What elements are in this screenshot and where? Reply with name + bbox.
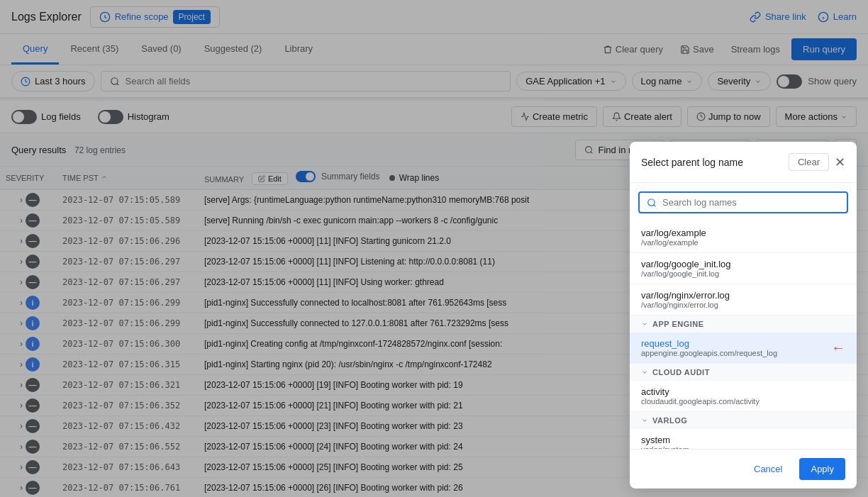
item-sub: /var/log/example: [641, 238, 845, 247]
modal-clear-button[interactable]: Clear: [789, 153, 829, 171]
select-log-name-modal: Select parent log name Clear ✕ var/log/e…: [630, 142, 857, 488]
system-name: system: [641, 435, 845, 445]
section-label: VARLOG: [652, 416, 687, 425]
request-log-sub: appengine.googleapis.com/request_log: [641, 349, 777, 357]
modal-search-icon: [647, 198, 657, 208]
list-item-activity[interactable]: activity cloudaudit.googleapis.com/activ…: [630, 381, 857, 412]
list-item-request-log[interactable]: request_log appengine.googleapis.com/req…: [630, 333, 857, 364]
apply-button[interactable]: Apply: [799, 458, 845, 480]
modal-close-button[interactable]: ✕: [835, 155, 845, 170]
list-item[interactable]: var/log/example /var/log/example: [630, 222, 857, 253]
svg-point-9: [648, 199, 655, 205]
activity-name: activity: [641, 386, 845, 397]
activity-sub: cloudaudit.googleapis.com/activity: [641, 397, 845, 406]
list-item[interactable]: var/log/google_init.log /var/log/google_…: [630, 253, 857, 284]
list-item[interactable]: var/log/nginx/error.log /var/log/nginx/e…: [630, 284, 857, 315]
list-item-system[interactable]: system varlog/system: [630, 429, 857, 449]
section-header-varlog: VARLOG: [630, 412, 857, 429]
section-label: APP ENGINE: [652, 320, 704, 328]
section-header-app-engine: APP ENGINE: [630, 315, 857, 333]
modal-list: var/log/example /var/log/example var/log…: [630, 222, 857, 449]
section-chevron: [641, 320, 648, 328]
cancel-button[interactable]: Cancel: [742, 458, 794, 480]
item-name: var/log/example: [641, 228, 845, 238]
item-name: var/log/google_init.log: [641, 259, 845, 269]
modal-search-input[interactable]: [662, 197, 840, 208]
request-log-name: request_log: [641, 338, 777, 349]
modal-overlay: Select parent log name Clear ✕ var/log/e…: [0, 0, 868, 497]
svg-line-10: [654, 204, 656, 206]
modal-search-box: [638, 191, 848, 213]
modal-footer: Cancel Apply: [630, 449, 857, 488]
modal-title: Select parent log name: [641, 157, 743, 168]
item-name: var/log/nginx/error.log: [641, 290, 845, 301]
modal-header: Select parent log name Clear ✕: [630, 142, 857, 183]
section-chevron: [641, 417, 648, 424]
item-sub: /var/log/nginx/error.log: [641, 301, 845, 309]
section-header-cloud-audit: CLOUD AUDIT: [630, 364, 857, 381]
arrow-indicator: ←: [831, 340, 845, 356]
section-chevron: [641, 369, 648, 376]
item-sub: /var/log/google_init.log: [641, 269, 845, 278]
section-label: CLOUD AUDIT: [652, 368, 710, 376]
